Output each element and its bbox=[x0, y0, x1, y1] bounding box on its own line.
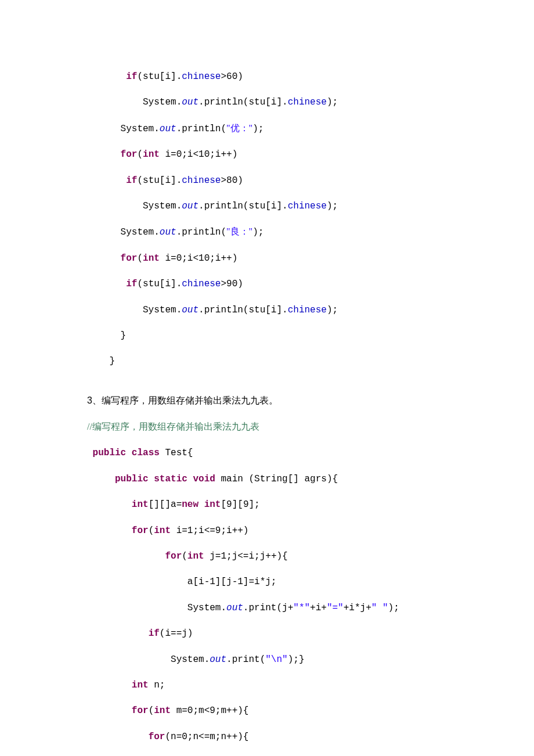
code-line: System.out.println(stu[i].chinese); bbox=[87, 193, 447, 219]
code-line: System.out.print(" "+a[m][n]); bbox=[87, 750, 447, 756]
code-line: System.out.println(stu[i].chinese); bbox=[87, 297, 447, 323]
code-line: a[i-1][j-1]=i*j; bbox=[87, 569, 447, 595]
code-line: } bbox=[87, 323, 447, 348]
code-line: System.out.print("\n");} bbox=[87, 647, 447, 672]
code-line: for(int i=0;i<10;i++) bbox=[87, 142, 447, 167]
code-line: int n; bbox=[87, 672, 447, 698]
code-line: public class Test{ bbox=[87, 440, 447, 466]
code-line: for(n=0;n<=m;n++){ bbox=[87, 724, 447, 750]
code-line: for(int m=0;m<9;m++){ bbox=[87, 698, 447, 723]
code-line: } bbox=[87, 348, 447, 374]
code-line: for(int j=1;j<=i;j++){ bbox=[87, 543, 447, 569]
code-line: for(int i=1;i<=9;i++) bbox=[87, 518, 447, 543]
document-page: if(stu[i].chinese>60) System.out.println… bbox=[0, 0, 534, 756]
code-comment: //编写程序，用数组存储并输出乘法九九表 bbox=[87, 414, 447, 440]
code-line: System.out.println(stu[i].chinese); bbox=[87, 89, 447, 115]
code-line: System.out.println("优："); bbox=[87, 116, 447, 142]
code-line: if(i==j) bbox=[87, 621, 447, 646]
code-line: int[][]a=new int[9][9]; bbox=[87, 492, 447, 517]
code-line: if(stu[i].chinese>60) bbox=[87, 64, 447, 89]
code-line: if(stu[i].chinese>90) bbox=[87, 271, 447, 297]
code-block-2: //编写程序，用数组存储并输出乘法九九表 public class Test{ … bbox=[87, 414, 447, 756]
code-line: System.out.print(j+"*"+i+"="+i*j+" "); bbox=[87, 595, 447, 621]
code-line: System.out.println("良："); bbox=[87, 219, 447, 245]
code-block-1: if(stu[i].chinese>60) System.out.println… bbox=[87, 64, 447, 375]
code-line: if(stu[i].chinese>80) bbox=[87, 168, 447, 193]
problem-statement-3: 3、编写程序，用数组存储并输出乘法九九表。 bbox=[87, 391, 447, 411]
code-line: public static void main (String[] agrs){ bbox=[87, 466, 447, 492]
code-line: for(int i=0;i<10;i++) bbox=[87, 246, 447, 271]
